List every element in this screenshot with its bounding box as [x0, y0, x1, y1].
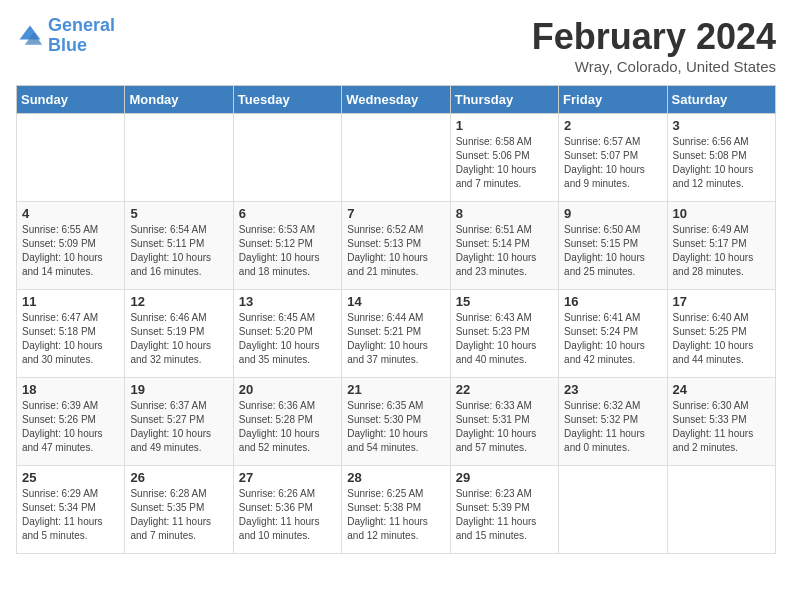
header-tuesday: Tuesday [233, 86, 341, 114]
day-number: 23 [564, 382, 661, 397]
logo: General Blue [16, 16, 115, 56]
calendar-cell: 9Sunrise: 6:50 AM Sunset: 5:15 PM Daylig… [559, 202, 667, 290]
logo-text: General Blue [48, 16, 115, 56]
calendar-cell: 8Sunrise: 6:51 AM Sunset: 5:14 PM Daylig… [450, 202, 558, 290]
day-info: Sunrise: 6:33 AM Sunset: 5:31 PM Dayligh… [456, 399, 553, 455]
day-number: 5 [130, 206, 227, 221]
day-info: Sunrise: 6:41 AM Sunset: 5:24 PM Dayligh… [564, 311, 661, 367]
day-info: Sunrise: 6:30 AM Sunset: 5:33 PM Dayligh… [673, 399, 770, 455]
calendar-subtitle: Wray, Colorado, United States [532, 58, 776, 75]
calendar-cell: 24Sunrise: 6:30 AM Sunset: 5:33 PM Dayli… [667, 378, 775, 466]
calendar-cell: 1Sunrise: 6:58 AM Sunset: 5:06 PM Daylig… [450, 114, 558, 202]
day-number: 27 [239, 470, 336, 485]
day-number: 17 [673, 294, 770, 309]
day-info: Sunrise: 6:28 AM Sunset: 5:35 PM Dayligh… [130, 487, 227, 543]
day-number: 11 [22, 294, 119, 309]
day-info: Sunrise: 6:39 AM Sunset: 5:26 PM Dayligh… [22, 399, 119, 455]
day-info: Sunrise: 6:49 AM Sunset: 5:17 PM Dayligh… [673, 223, 770, 279]
calendar-cell [233, 114, 341, 202]
logo-line2: Blue [48, 35, 87, 55]
page-header: General Blue February 2024 Wray, Colorad… [16, 16, 776, 75]
day-info: Sunrise: 6:58 AM Sunset: 5:06 PM Dayligh… [456, 135, 553, 191]
calendar-cell: 23Sunrise: 6:32 AM Sunset: 5:32 PM Dayli… [559, 378, 667, 466]
calendar-cell: 12Sunrise: 6:46 AM Sunset: 5:19 PM Dayli… [125, 290, 233, 378]
day-info: Sunrise: 6:29 AM Sunset: 5:34 PM Dayligh… [22, 487, 119, 543]
calendar-cell: 7Sunrise: 6:52 AM Sunset: 5:13 PM Daylig… [342, 202, 450, 290]
header-sunday: Sunday [17, 86, 125, 114]
logo-icon [16, 22, 44, 50]
calendar-cell: 2Sunrise: 6:57 AM Sunset: 5:07 PM Daylig… [559, 114, 667, 202]
day-number: 26 [130, 470, 227, 485]
day-info: Sunrise: 6:56 AM Sunset: 5:08 PM Dayligh… [673, 135, 770, 191]
day-number: 8 [456, 206, 553, 221]
calendar-cell: 22Sunrise: 6:33 AM Sunset: 5:31 PM Dayli… [450, 378, 558, 466]
day-info: Sunrise: 6:32 AM Sunset: 5:32 PM Dayligh… [564, 399, 661, 455]
calendar-week-5: 25Sunrise: 6:29 AM Sunset: 5:34 PM Dayli… [17, 466, 776, 554]
day-number: 14 [347, 294, 444, 309]
day-number: 22 [456, 382, 553, 397]
calendar-cell: 25Sunrise: 6:29 AM Sunset: 5:34 PM Dayli… [17, 466, 125, 554]
calendar-cell: 14Sunrise: 6:44 AM Sunset: 5:21 PM Dayli… [342, 290, 450, 378]
header-wednesday: Wednesday [342, 86, 450, 114]
calendar-body: 1Sunrise: 6:58 AM Sunset: 5:06 PM Daylig… [17, 114, 776, 554]
calendar-cell [342, 114, 450, 202]
day-number: 15 [456, 294, 553, 309]
day-info: Sunrise: 6:53 AM Sunset: 5:12 PM Dayligh… [239, 223, 336, 279]
day-info: Sunrise: 6:46 AM Sunset: 5:19 PM Dayligh… [130, 311, 227, 367]
day-number: 9 [564, 206, 661, 221]
day-info: Sunrise: 6:57 AM Sunset: 5:07 PM Dayligh… [564, 135, 661, 191]
day-info: Sunrise: 6:52 AM Sunset: 5:13 PM Dayligh… [347, 223, 444, 279]
calendar-title: February 2024 [532, 16, 776, 58]
day-number: 2 [564, 118, 661, 133]
day-number: 3 [673, 118, 770, 133]
calendar-cell [559, 466, 667, 554]
calendar-cell: 26Sunrise: 6:28 AM Sunset: 5:35 PM Dayli… [125, 466, 233, 554]
calendar-cell [17, 114, 125, 202]
day-info: Sunrise: 6:26 AM Sunset: 5:36 PM Dayligh… [239, 487, 336, 543]
calendar-cell: 29Sunrise: 6:23 AM Sunset: 5:39 PM Dayli… [450, 466, 558, 554]
calendar-cell: 17Sunrise: 6:40 AM Sunset: 5:25 PM Dayli… [667, 290, 775, 378]
day-info: Sunrise: 6:35 AM Sunset: 5:30 PM Dayligh… [347, 399, 444, 455]
day-info: Sunrise: 6:55 AM Sunset: 5:09 PM Dayligh… [22, 223, 119, 279]
calendar-cell: 6Sunrise: 6:53 AM Sunset: 5:12 PM Daylig… [233, 202, 341, 290]
day-number: 10 [673, 206, 770, 221]
calendar-week-4: 18Sunrise: 6:39 AM Sunset: 5:26 PM Dayli… [17, 378, 776, 466]
day-number: 4 [22, 206, 119, 221]
calendar-cell: 13Sunrise: 6:45 AM Sunset: 5:20 PM Dayli… [233, 290, 341, 378]
title-block: February 2024 Wray, Colorado, United Sta… [532, 16, 776, 75]
day-number: 16 [564, 294, 661, 309]
day-number: 24 [673, 382, 770, 397]
day-number: 6 [239, 206, 336, 221]
header-thursday: Thursday [450, 86, 558, 114]
calendar-cell: 4Sunrise: 6:55 AM Sunset: 5:09 PM Daylig… [17, 202, 125, 290]
calendar-header: Sunday Monday Tuesday Wednesday Thursday… [17, 86, 776, 114]
day-info: Sunrise: 6:40 AM Sunset: 5:25 PM Dayligh… [673, 311, 770, 367]
day-info: Sunrise: 6:51 AM Sunset: 5:14 PM Dayligh… [456, 223, 553, 279]
calendar-week-2: 4Sunrise: 6:55 AM Sunset: 5:09 PM Daylig… [17, 202, 776, 290]
day-number: 21 [347, 382, 444, 397]
day-info: Sunrise: 6:50 AM Sunset: 5:15 PM Dayligh… [564, 223, 661, 279]
calendar-cell: 15Sunrise: 6:43 AM Sunset: 5:23 PM Dayli… [450, 290, 558, 378]
calendar-table: Sunday Monday Tuesday Wednesday Thursday… [16, 85, 776, 554]
calendar-cell [125, 114, 233, 202]
day-info: Sunrise: 6:36 AM Sunset: 5:28 PM Dayligh… [239, 399, 336, 455]
day-number: 13 [239, 294, 336, 309]
calendar-cell: 21Sunrise: 6:35 AM Sunset: 5:30 PM Dayli… [342, 378, 450, 466]
day-number: 29 [456, 470, 553, 485]
day-info: Sunrise: 6:23 AM Sunset: 5:39 PM Dayligh… [456, 487, 553, 543]
header-friday: Friday [559, 86, 667, 114]
day-info: Sunrise: 6:45 AM Sunset: 5:20 PM Dayligh… [239, 311, 336, 367]
calendar-week-1: 1Sunrise: 6:58 AM Sunset: 5:06 PM Daylig… [17, 114, 776, 202]
calendar-cell [667, 466, 775, 554]
day-number: 19 [130, 382, 227, 397]
header-saturday: Saturday [667, 86, 775, 114]
day-info: Sunrise: 6:54 AM Sunset: 5:11 PM Dayligh… [130, 223, 227, 279]
day-number: 7 [347, 206, 444, 221]
day-number: 20 [239, 382, 336, 397]
logo-line1: General [48, 15, 115, 35]
calendar-cell: 27Sunrise: 6:26 AM Sunset: 5:36 PM Dayli… [233, 466, 341, 554]
day-number: 25 [22, 470, 119, 485]
day-info: Sunrise: 6:44 AM Sunset: 5:21 PM Dayligh… [347, 311, 444, 367]
day-info: Sunrise: 6:43 AM Sunset: 5:23 PM Dayligh… [456, 311, 553, 367]
day-number: 18 [22, 382, 119, 397]
